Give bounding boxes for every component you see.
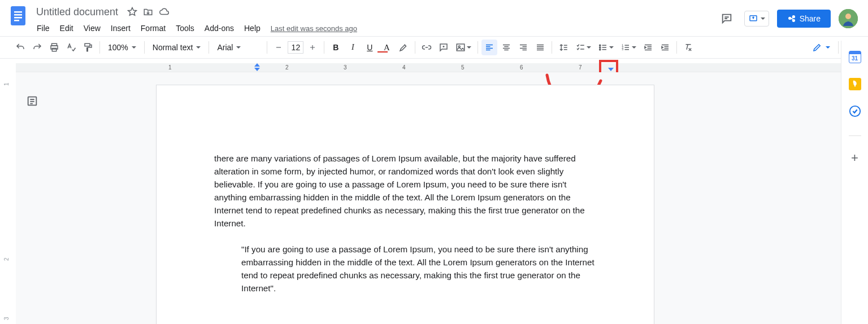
separator xyxy=(144,41,145,54)
svg-rect-0 xyxy=(11,6,25,25)
undo-button[interactable] xyxy=(12,40,28,55)
italic-button[interactable]: I xyxy=(345,40,361,55)
paragraph-style-dropdown[interactable]: Normal text xyxy=(148,41,206,54)
line-spacing-button[interactable] xyxy=(555,40,571,55)
separator xyxy=(99,41,100,54)
underline-button[interactable]: U xyxy=(362,40,377,55)
separator xyxy=(478,41,478,54)
spellcheck-button[interactable] xyxy=(63,40,79,55)
tasks-app-icon[interactable] xyxy=(849,105,861,117)
svg-rect-2 xyxy=(14,14,22,16)
font-value: Arial xyxy=(217,43,233,52)
first-line-indent-marker[interactable] xyxy=(254,63,260,67)
print-button[interactable] xyxy=(46,40,62,55)
bulleted-list-button[interactable] xyxy=(595,40,617,55)
share-button[interactable]: Share xyxy=(777,10,831,28)
ruler-num: 4 xyxy=(402,64,406,71)
horizontal-ruler[interactable]: 1 2 3 4 5 6 7 xyxy=(16,63,841,72)
menu-edit[interactable]: Edit xyxy=(56,21,77,35)
font-size-input[interactable] xyxy=(288,41,303,54)
ruler-num: 7 xyxy=(579,64,582,71)
align-left-button[interactable] xyxy=(481,40,497,55)
svg-rect-11 xyxy=(85,43,90,46)
caret-down-icon xyxy=(467,46,471,49)
ruler-num: 2 xyxy=(285,64,289,71)
editing-mode-button[interactable] xyxy=(809,40,834,55)
caret-down-icon xyxy=(761,17,765,20)
numbered-list-button[interactable]: 123 xyxy=(618,40,639,55)
paint-format-button[interactable] xyxy=(80,40,96,55)
caret-down-icon xyxy=(632,46,636,49)
svg-point-14 xyxy=(600,45,601,46)
menu-insert[interactable]: Insert xyxy=(107,21,134,35)
caret-down-icon xyxy=(609,46,614,49)
cloud-status-icon[interactable] xyxy=(159,7,170,17)
menu-format[interactable]: Format xyxy=(137,21,170,35)
body-paragraph[interactable]: there are many variations of passages of… xyxy=(214,152,600,230)
menu-addons[interactable]: Add-ons xyxy=(201,21,238,35)
move-icon[interactable] xyxy=(143,7,153,17)
font-dropdown[interactable]: Arial xyxy=(212,41,263,54)
ruler-num: 6 xyxy=(520,64,523,71)
document-page[interactable]: there are many variations of passages of… xyxy=(156,85,654,324)
share-button-label: Share xyxy=(800,14,821,23)
insert-link-button[interactable] xyxy=(419,40,435,55)
svg-rect-12 xyxy=(457,44,465,51)
svg-point-15 xyxy=(600,47,601,48)
svg-text:3: 3 xyxy=(622,47,624,51)
get-addons-button[interactable]: + xyxy=(851,151,858,165)
increase-indent-button[interactable] xyxy=(657,40,673,55)
account-avatar[interactable] xyxy=(839,9,858,28)
align-justify-button[interactable] xyxy=(532,40,548,55)
document-canvas[interactable]: there are many variations of passages of… xyxy=(16,72,841,324)
caret-down-icon xyxy=(132,46,136,49)
zoom-value: 100% xyxy=(108,43,128,52)
right-indent-marker[interactable] xyxy=(608,68,614,71)
menu-help[interactable]: Help xyxy=(240,21,264,35)
ruler-num: 1 xyxy=(168,64,172,71)
left-indent-marker[interactable] xyxy=(254,68,260,71)
ruler-num: 5 xyxy=(461,64,465,71)
vertical-ruler[interactable]: 1 2 3 xyxy=(0,63,16,324)
keep-app-icon[interactable] xyxy=(849,78,861,90)
decrease-indent-button[interactable] xyxy=(640,40,656,55)
separator xyxy=(209,41,209,54)
present-button[interactable] xyxy=(744,11,769,27)
open-comments-button[interactable] xyxy=(717,9,736,28)
caret-down-icon xyxy=(236,46,241,49)
increase-font-size-button[interactable] xyxy=(305,40,320,55)
add-comment-button[interactable] xyxy=(436,40,452,55)
bold-button[interactable]: B xyxy=(328,40,344,55)
document-title[interactable]: Untitled document xyxy=(33,5,121,19)
align-center-button[interactable] xyxy=(498,40,514,55)
separator xyxy=(849,135,861,136)
menu-tools[interactable]: Tools xyxy=(172,21,198,35)
highlight-color-button[interactable] xyxy=(396,40,411,55)
separator xyxy=(552,41,552,54)
clear-formatting-button[interactable] xyxy=(680,40,696,55)
menu-file[interactable]: File xyxy=(33,21,54,35)
align-right-button[interactable] xyxy=(515,40,531,55)
decrease-font-size-button[interactable] xyxy=(271,40,287,55)
svg-point-16 xyxy=(600,49,601,50)
caret-down-icon xyxy=(826,46,830,49)
main-toolbar: 100% Normal text Arial B I U A 123 xyxy=(0,36,868,59)
docs-logo-icon[interactable] xyxy=(7,5,29,27)
calendar-app-icon[interactable]: 31 xyxy=(849,51,861,63)
zoom-dropdown[interactable]: 100% xyxy=(103,41,141,54)
svg-point-7 xyxy=(845,14,851,19)
insert-image-button[interactable] xyxy=(453,40,474,55)
separator xyxy=(676,41,677,54)
separator xyxy=(267,41,267,54)
body-paragraph-indented[interactable]: "If you are going to use a passage of Lo… xyxy=(214,243,600,295)
last-edit-link[interactable]: Last edit was seconds ago xyxy=(267,22,361,35)
text-color-button[interactable]: A xyxy=(379,40,394,55)
star-icon[interactable] xyxy=(127,7,137,17)
caret-down-icon xyxy=(587,46,591,49)
redo-button[interactable] xyxy=(29,40,45,55)
show-outline-button[interactable] xyxy=(26,95,38,107)
checklist-button[interactable] xyxy=(572,40,594,55)
separator xyxy=(324,41,324,54)
caret-down-icon xyxy=(196,46,201,49)
menu-view[interactable]: View xyxy=(80,21,105,35)
